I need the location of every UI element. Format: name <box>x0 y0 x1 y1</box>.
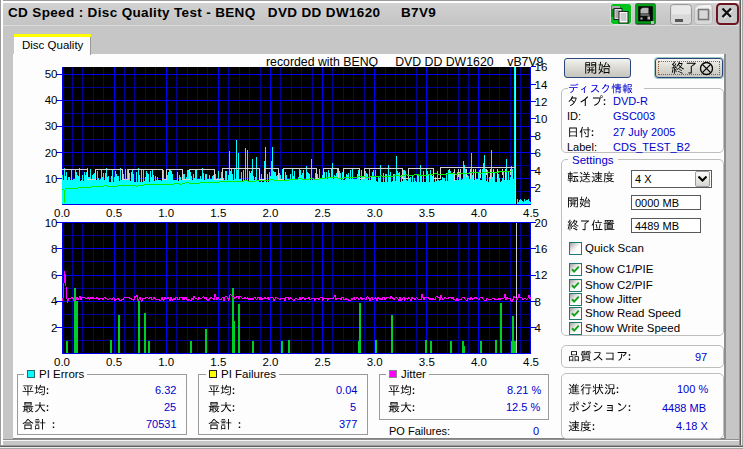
svg-text:10: 10 <box>45 173 58 185</box>
svg-text:6: 6 <box>51 269 57 281</box>
svg-text:1.5: 1.5 <box>210 356 226 368</box>
svg-text:30: 30 <box>45 120 58 132</box>
svg-text:8: 8 <box>51 243 57 255</box>
svg-text:2.0: 2.0 <box>262 207 278 219</box>
svg-text:2.0: 2.0 <box>262 356 278 368</box>
svg-text:8: 8 <box>535 130 541 142</box>
svg-text:2: 2 <box>535 182 541 194</box>
svg-text:1.0: 1.0 <box>158 356 174 368</box>
svg-text:4: 4 <box>535 322 542 334</box>
svg-text:6: 6 <box>535 147 541 159</box>
svg-text:20: 20 <box>45 147 58 159</box>
svg-text:1.0: 1.0 <box>158 207 174 219</box>
svg-text:12: 12 <box>535 269 548 281</box>
svg-text:2: 2 <box>51 322 57 334</box>
svg-text:0.5: 0.5 <box>106 356 122 368</box>
svg-text:2.5: 2.5 <box>315 356 331 368</box>
svg-text:recorded with BENQ DVD DD: recorded with BENQ DVD DD DW1620 vB7V9 <box>266 55 544 69</box>
svg-text:12: 12 <box>535 96 548 108</box>
svg-text:4.0: 4.0 <box>471 356 487 368</box>
svg-text:50: 50 <box>45 68 58 80</box>
svg-text:20: 20 <box>535 217 548 229</box>
svg-text:40: 40 <box>45 94 58 106</box>
svg-text:16: 16 <box>535 243 548 255</box>
svg-text:0.5: 0.5 <box>106 207 122 219</box>
svg-text:4: 4 <box>535 165 542 177</box>
svg-text:4.0: 4.0 <box>471 207 487 219</box>
svg-text:2.5: 2.5 <box>315 207 331 219</box>
svg-text:10: 10 <box>535 113 548 125</box>
svg-text:10: 10 <box>45 217 58 229</box>
svg-text:14: 14 <box>535 79 548 91</box>
svg-text:3.0: 3.0 <box>367 356 383 368</box>
svg-text:3.5: 3.5 <box>419 356 435 368</box>
svg-text:0.0: 0.0 <box>54 356 70 368</box>
svg-text:1.5: 1.5 <box>210 207 226 219</box>
svg-text:3.5: 3.5 <box>419 207 435 219</box>
svg-text:8: 8 <box>535 296 541 308</box>
svg-text:3.0: 3.0 <box>367 207 383 219</box>
svg-text:4: 4 <box>51 295 58 307</box>
svg-text:4.5: 4.5 <box>523 356 539 368</box>
